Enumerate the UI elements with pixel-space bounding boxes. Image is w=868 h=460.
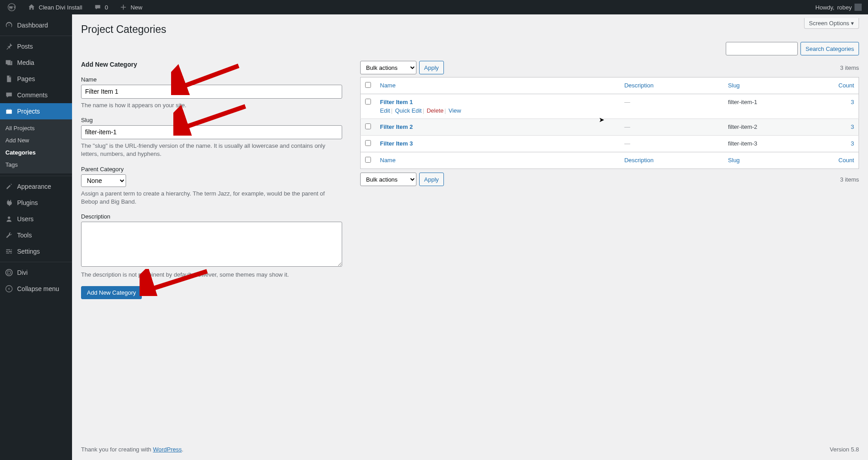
- col-slug[interactable]: Slug: [728, 82, 740, 89]
- dashboard-icon: [5, 21, 14, 30]
- user-name: robey: [837, 4, 852, 11]
- menu-users[interactable]: Users: [0, 211, 72, 227]
- menu-appearance[interactable]: Appearance: [0, 178, 72, 195]
- comments-count: 0: [105, 4, 108, 11]
- col-desc[interactable]: Description: [624, 157, 654, 164]
- bulk-actions-select-bottom[interactable]: Bulk actions: [360, 173, 416, 186]
- menu-plugins[interactable]: Plugins: [0, 195, 72, 211]
- edit-link[interactable]: Edit: [380, 107, 390, 114]
- media-icon: [5, 58, 14, 67]
- sliders-icon: [5, 247, 14, 256]
- wp-logo[interactable]: [4, 0, 20, 14]
- submenu-categories[interactable]: Categories: [0, 146, 72, 159]
- row-slug: filter-item-2: [723, 119, 827, 136]
- add-category-form: Add New Category Name The name is how it…: [81, 61, 342, 299]
- row-count[interactable]: 3: [851, 99, 854, 105]
- menu-dashboard[interactable]: Dashboard: [0, 17, 72, 33]
- apply-button-top[interactable]: Apply: [419, 61, 444, 74]
- quick-edit-link[interactable]: Quick Edit: [395, 107, 421, 114]
- menu-projects[interactable]: Projects: [0, 103, 72, 119]
- wordpress-link[interactable]: WordPress: [153, 446, 182, 453]
- brush-icon: [5, 182, 14, 191]
- row-count[interactable]: 3: [851, 123, 854, 130]
- wordpress-icon: [7, 3, 16, 12]
- name-input[interactable]: [81, 85, 342, 99]
- row-title[interactable]: Filter Item 2: [380, 123, 413, 130]
- col-count[interactable]: Count: [838, 82, 854, 89]
- comment-icon: [5, 91, 14, 100]
- name-help: The name is how it appears on your site.: [81, 101, 342, 109]
- parent-select[interactable]: None: [81, 174, 126, 187]
- slug-help: The "slug" is the URL-friendly version o…: [81, 142, 342, 158]
- collapse-icon: [5, 284, 14, 293]
- row-title[interactable]: Filter Item 1: [380, 99, 413, 105]
- submenu-tags[interactable]: Tags: [0, 159, 72, 171]
- row-checkbox[interactable]: [365, 99, 371, 105]
- categories-table: Name Description Slug Count Filter Item …: [360, 77, 859, 169]
- site-name: Clean Divi Install: [39, 4, 82, 11]
- row-checkbox[interactable]: [365, 140, 371, 146]
- footer: Thank you for creating with WordPress. V…: [72, 438, 868, 460]
- plug-icon: [5, 198, 14, 207]
- site-link[interactable]: Clean Divi Install: [23, 0, 86, 14]
- search-button[interactable]: Search Categories: [800, 42, 859, 55]
- bulk-actions-select-top[interactable]: Bulk actions: [360, 61, 416, 74]
- comments-link[interactable]: 0: [90, 0, 112, 14]
- menu-comments[interactable]: Comments: [0, 87, 72, 103]
- submenu-add-new[interactable]: Add New: [0, 134, 72, 146]
- page-icon: [5, 74, 14, 83]
- items-count-top: 3 items: [840, 64, 859, 71]
- col-count[interactable]: Count: [838, 157, 854, 164]
- version-text: Version 5.8: [830, 446, 859, 453]
- wrench-icon: [5, 231, 14, 240]
- menu-collapse[interactable]: Collapse menu: [0, 281, 72, 297]
- menu-pages[interactable]: Pages: [0, 71, 72, 87]
- col-desc[interactable]: Description: [624, 82, 654, 89]
- col-slug[interactable]: Slug: [728, 157, 740, 164]
- submit-button[interactable]: Add New Category: [81, 286, 142, 299]
- search-input[interactable]: [726, 42, 798, 55]
- menu-media[interactable]: Media: [0, 55, 72, 71]
- menu-divi[interactable]: Divi: [0, 264, 72, 281]
- admin-bar: Clean Divi Install 0 New Howdy, robey: [0, 0, 868, 14]
- menu-posts[interactable]: Posts: [0, 38, 72, 55]
- table-row: Filter Item 2 — filter-item-2 3: [361, 119, 859, 136]
- submenu-all-projects[interactable]: All Projects: [0, 122, 72, 134]
- select-all-top[interactable]: [365, 82, 371, 88]
- apply-button-bottom[interactable]: Apply: [419, 173, 444, 186]
- desc-textarea[interactable]: [81, 222, 342, 267]
- row-slug: filter-item-1: [723, 94, 827, 119]
- form-heading: Add New Category: [81, 61, 342, 68]
- avatar: [854, 4, 862, 11]
- row-slug: filter-item-3: [723, 136, 827, 152]
- col-name[interactable]: Name: [380, 157, 396, 164]
- row-desc: —: [624, 123, 630, 130]
- delete-link[interactable]: Delete: [427, 107, 444, 114]
- divi-icon: [5, 268, 14, 277]
- new-link[interactable]: New: [115, 0, 146, 14]
- col-name[interactable]: Name: [380, 82, 396, 89]
- select-all-bottom[interactable]: [365, 157, 371, 163]
- screen-options-toggle[interactable]: Screen Options ▾: [804, 18, 859, 29]
- svg-point-2: [6, 269, 12, 276]
- slug-input[interactable]: [81, 125, 342, 139]
- plus-icon: [119, 3, 128, 12]
- menu-tools[interactable]: Tools: [0, 227, 72, 243]
- menu-settings[interactable]: Settings: [0, 243, 72, 260]
- row-desc: —: [624, 140, 630, 147]
- pin-icon: [5, 42, 14, 51]
- user-menu[interactable]: Howdy, robey: [812, 0, 864, 14]
- admin-sidebar: Dashboard Posts Media Pages Comments Pro…: [0, 14, 72, 460]
- row-count[interactable]: 3: [851, 140, 854, 147]
- row-title[interactable]: Filter Item 3: [380, 140, 413, 147]
- table-row: Filter Item 1 Edit| Quick Edit| Delete| …: [361, 94, 859, 119]
- categories-table-area: Bulk actions Apply 3 items Name Descript…: [360, 61, 859, 189]
- comment-icon: [93, 3, 102, 12]
- view-link[interactable]: View: [448, 107, 461, 114]
- row-actions: Edit| Quick Edit| Delete| View: [380, 107, 615, 114]
- desc-help: The description is not prominent by defa…: [81, 271, 342, 279]
- portfolio-icon: [5, 107, 14, 116]
- table-row: Filter Item 3 — filter-item-3 3: [361, 136, 859, 152]
- home-icon: [27, 3, 36, 12]
- row-checkbox[interactable]: [365, 123, 371, 129]
